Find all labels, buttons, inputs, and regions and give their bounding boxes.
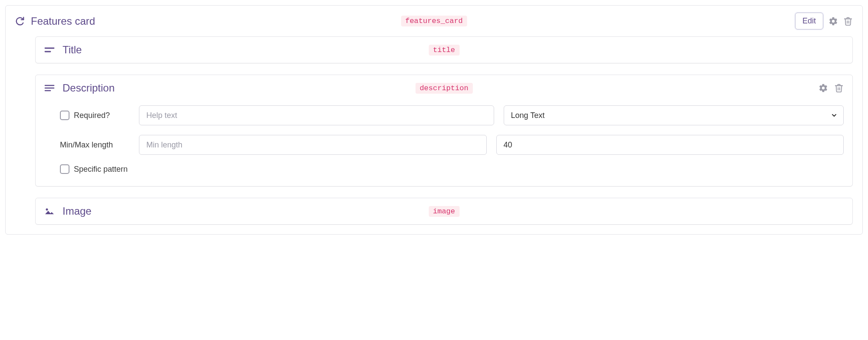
trash-icon[interactable] bbox=[843, 16, 853, 26]
max-length-input[interactable] bbox=[496, 135, 844, 155]
field-header-title: Title title bbox=[36, 37, 852, 63]
field-title-label: Title bbox=[63, 44, 82, 56]
field-description-code: description bbox=[415, 83, 472, 94]
form-row-pattern: Specific pattern bbox=[60, 164, 844, 174]
min-length-input[interactable] bbox=[139, 135, 487, 155]
edit-button[interactable]: Edit bbox=[795, 13, 823, 29]
svg-marker-6 bbox=[45, 211, 54, 214]
gear-icon[interactable] bbox=[818, 83, 828, 93]
help-text-input[interactable] bbox=[139, 105, 494, 125]
specific-pattern-checkbox[interactable] bbox=[60, 164, 69, 174]
refresh-icon bbox=[15, 16, 25, 26]
field-image-label: Image bbox=[63, 205, 92, 217]
field-row-title[interactable]: Title title bbox=[35, 36, 853, 63]
required-checkbox[interactable] bbox=[60, 111, 69, 120]
trash-icon[interactable] bbox=[834, 83, 844, 93]
required-label: Required? bbox=[74, 111, 110, 120]
field-image-code: image bbox=[429, 206, 459, 217]
card-title: Features card bbox=[31, 15, 95, 27]
pattern-label-col: Specific pattern bbox=[60, 164, 128, 174]
short-text-icon bbox=[44, 46, 55, 54]
type-select[interactable]: Long Text bbox=[504, 105, 844, 125]
specific-pattern-label: Specific pattern bbox=[74, 165, 128, 174]
field-title-code: title bbox=[429, 45, 459, 56]
features-card-panel: Features card features_card Edit bbox=[5, 5, 863, 235]
field-header-description: Description description bbox=[36, 75, 852, 101]
card-code-badge: features_card bbox=[401, 16, 467, 26]
field-description-body: Required? Long Text Min/Max length bbox=[36, 101, 852, 186]
fields-container: Title title Description description bbox=[6, 36, 862, 234]
minmax-label-col: Min/Max length bbox=[60, 141, 129, 150]
form-row-required: Required? Long Text bbox=[60, 105, 844, 125]
svg-point-5 bbox=[46, 209, 48, 211]
field-header-image: Image image bbox=[36, 198, 852, 224]
card-header-actions: Edit bbox=[795, 13, 853, 29]
minmax-label: Min/Max length bbox=[60, 141, 113, 150]
form-row-minmax: Min/Max length bbox=[60, 135, 844, 155]
field-description-label: Description bbox=[63, 82, 115, 94]
long-text-icon bbox=[44, 84, 55, 92]
field-description-actions bbox=[818, 83, 844, 93]
field-row-description: Description description bbox=[35, 75, 853, 186]
field-row-image[interactable]: Image image bbox=[35, 198, 853, 225]
required-label-col: Required? bbox=[60, 111, 129, 120]
image-icon bbox=[44, 207, 55, 216]
card-header: Features card features_card Edit bbox=[6, 6, 862, 36]
type-select-wrap: Long Text bbox=[504, 105, 844, 125]
gear-icon[interactable] bbox=[828, 16, 838, 26]
